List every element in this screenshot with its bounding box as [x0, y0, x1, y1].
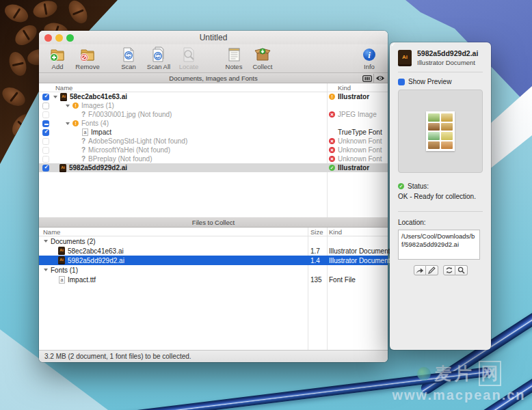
files-to-collect-list: Name Size Kind Documents (2) Ai58ec2abc4… [39, 228, 388, 350]
scan-all-label: Scan All [147, 64, 170, 70]
scan-all-button[interactable]: Scan All [143, 46, 174, 70]
refresh-icon [445, 266, 453, 274]
row-checkbox[interactable] [42, 156, 49, 163]
file-row[interactable]: ?F/\0030\001.jpg (Not found) ✕JPEG Image [39, 110, 388, 119]
group-row[interactable]: Fonts (1) [39, 265, 388, 275]
file-row[interactable]: ?BPreplay (Not found) ✕Unknown Font [39, 154, 388, 163]
pencil-icon [428, 266, 436, 274]
warning-icon: ! [72, 102, 79, 109]
warning-icon: ! [72, 120, 79, 126]
watermark-url: www.macpean.cn [387, 387, 531, 403]
disclosure-triangle[interactable] [66, 122, 70, 125]
missing-file-icon: ? [81, 146, 85, 154]
scan-button[interactable]: Scan [114, 46, 143, 70]
file-row[interactable]: ?MicrosoftYaHei (Not found) ✕Unknown Fon… [39, 146, 388, 154]
column-header-kind[interactable]: Kind [338, 84, 351, 92]
file-row-selected[interactable]: Ai5982a5dd929d2.ai 1.4 Illustrator Docum… [39, 256, 388, 265]
refresh-button[interactable] [443, 265, 455, 275]
watermark-site-suffix: 网 [479, 361, 501, 386]
column-header-name[interactable]: Name [43, 228, 60, 236]
error-icon: ✕ [329, 138, 335, 144]
row-checkbox[interactable] [42, 129, 49, 136]
remove-button[interactable]: Remove [72, 46, 103, 70]
document-preview-thumbnail [426, 111, 455, 151]
documents-list: Name Kind Ai58ec2abc41e63.ai !Illustrato… [39, 83, 388, 217]
column-header-name[interactable]: Name [55, 84, 72, 92]
remove-label: Remove [75, 64, 99, 70]
file-action-buttons [398, 265, 483, 275]
disclosure-triangle[interactable] [44, 240, 48, 243]
column-header-kind[interactable]: Kind [329, 228, 342, 236]
collect-label: Collect [252, 64, 272, 70]
disclosure-triangle[interactable] [53, 96, 57, 98]
file-row-selected[interactable]: Ai5982a5dd929d2.ai ✓Illustrator [39, 163, 388, 172]
scan-document-icon [121, 46, 136, 64]
show-preview-label: Show Preview [408, 78, 451, 85]
file-row[interactable]: ?AdobeSongStd-Light (Not found) ✕Unknown… [39, 137, 388, 146]
row-checkbox[interactable] [42, 120, 49, 127]
info-file-kind: Illustrator Document [417, 59, 478, 66]
file-row[interactable]: aImpact TrueType Font [39, 128, 388, 137]
info-panel-header: Ai 5982a5dd929d2.ai Illustrator Document [398, 49, 483, 72]
row-checkbox[interactable] [42, 138, 49, 145]
group-row[interactable]: !Images (1) [39, 101, 388, 110]
notes-label: Notes [226, 64, 243, 70]
minimize-button[interactable] [55, 34, 63, 42]
row-checkbox[interactable] [42, 147, 49, 154]
collect-button[interactable]: Collect [248, 46, 277, 70]
location-path: /Users/Cool/Downloads/bf/5982a5dd929d2.a… [398, 230, 480, 260]
row-checkbox[interactable] [42, 165, 49, 172]
info-icon: i [362, 46, 376, 64]
desktop: 麦片 网 www.macpean.cn Untitled Add Remo [0, 0, 532, 410]
status-text: OK - Ready for collection. [398, 193, 483, 200]
file-row[interactable]: Ai58ec2abc41e63.ai !Illustrator [39, 92, 388, 101]
missing-file-icon: ? [81, 111, 85, 118]
file-row[interactable]: aImpact.ttf 135 Font File [39, 275, 388, 284]
window-title: Untitled [200, 33, 228, 42]
row-checkbox[interactable] [42, 111, 49, 118]
watermark-logo-icon [417, 367, 431, 381]
bottom-section-title: Files to Collect [192, 219, 235, 226]
info-label: Info [364, 64, 375, 70]
scan-label: Scan [121, 64, 136, 70]
badge-view-toggle[interactable] [360, 74, 373, 83]
illustrator-file-icon: Ai [58, 256, 65, 264]
zoom-button[interactable] [66, 34, 74, 42]
disclosure-triangle[interactable] [66, 105, 70, 107]
add-folder-icon [49, 46, 66, 64]
group-row[interactable]: !Fonts (4) [39, 119, 388, 128]
reveal-button[interactable] [414, 265, 426, 275]
toolbar: Add Remove Scan Scan All [39, 44, 388, 73]
add-button[interactable]: Add [43, 46, 72, 70]
info-button[interactable]: i Info [355, 46, 384, 70]
top-section-bar: Documents, Images and Fonts [39, 73, 388, 83]
warning-icon: ! [329, 94, 335, 100]
group-row[interactable]: Documents (2) [39, 236, 388, 246]
status-bar: 3.2 MB (2 document, 1 font files) to be … [39, 350, 388, 362]
font-file-icon: a [59, 276, 65, 284]
search-button[interactable] [455, 265, 468, 275]
edit-button[interactable] [426, 265, 438, 275]
error-icon: ✕ [329, 111, 335, 118]
status-label: Status: [408, 182, 429, 190]
close-button[interactable] [44, 34, 52, 42]
preview-area [398, 90, 483, 173]
locate-button[interactable]: Locate [174, 46, 203, 70]
disclosure-triangle[interactable] [44, 269, 48, 271]
eye-icon [375, 75, 385, 81]
show-preview-checkbox[interactable] [398, 79, 405, 85]
badge-icon [362, 75, 372, 82]
info-panel: Ai 5982a5dd929d2.ai Illustrator Document… [390, 42, 491, 350]
row-checkbox[interactable] [42, 94, 49, 100]
preview-visibility-toggle[interactable] [373, 74, 386, 83]
notes-button[interactable]: Notes [220, 46, 248, 70]
watermark-site-name: 麦片 [435, 362, 475, 385]
illustrator-file-icon: Ai [398, 50, 412, 66]
titlebar[interactable]: Untitled [39, 31, 388, 44]
column-header-size[interactable]: Size [310, 228, 323, 236]
locate-magnifier-icon [181, 46, 197, 64]
row-checkbox[interactable] [42, 102, 49, 109]
missing-file-icon: ? [81, 155, 85, 163]
svg-text:i: i [368, 50, 371, 60]
file-row[interactable]: Ai58ec2abc41e63.ai 1.7 Illustrator Docum… [39, 246, 388, 256]
